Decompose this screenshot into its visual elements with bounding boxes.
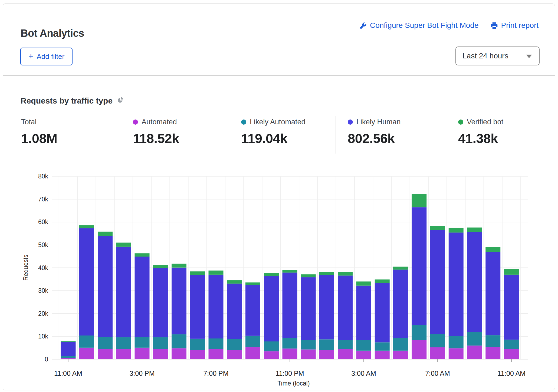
bar-segment-likely-human[interactable] bbox=[319, 275, 334, 340]
bar-segment-verified-bot[interactable] bbox=[467, 228, 482, 232]
bar-segment-likely-automated[interactable] bbox=[98, 337, 113, 349]
bar-segment-likely-automated[interactable] bbox=[467, 332, 482, 346]
bar-segment-automated[interactable] bbox=[264, 351, 279, 359]
bar-segment-likely-human[interactable] bbox=[61, 342, 76, 356]
bar-segment-verified-bot[interactable] bbox=[412, 194, 426, 207]
bar-segment-automated[interactable] bbox=[227, 350, 242, 359]
bar-segment-automated[interactable] bbox=[375, 351, 390, 359]
bar-segment-verified-bot[interactable] bbox=[61, 341, 76, 341]
bar-segment-verified-bot[interactable] bbox=[116, 242, 131, 247]
bar-segment-likely-automated[interactable] bbox=[504, 340, 519, 349]
bar-segment-automated[interactable] bbox=[319, 350, 334, 359]
bar-segment-likely-human[interactable] bbox=[79, 228, 94, 335]
bar-segment-automated[interactable] bbox=[338, 349, 353, 359]
add-filter-button[interactable]: + Add filter bbox=[20, 48, 73, 65]
bar-segment-automated[interactable] bbox=[356, 351, 371, 359]
bar-segment-automated[interactable] bbox=[79, 348, 94, 359]
bar-segment-likely-human[interactable] bbox=[135, 257, 150, 337]
bar-segment-verified-bot[interactable] bbox=[338, 272, 353, 276]
bar-segment-likely-automated[interactable] bbox=[153, 337, 168, 349]
bar-segment-automated[interactable] bbox=[245, 347, 260, 359]
bar-segment-likely-automated[interactable] bbox=[190, 339, 205, 350]
bar-segment-automated[interactable] bbox=[393, 351, 408, 359]
bar-segment-likely-human[interactable] bbox=[430, 230, 445, 334]
bar-segment-likely-human[interactable] bbox=[412, 207, 426, 325]
bar-segment-likely-human[interactable] bbox=[264, 276, 279, 341]
bar-segment-automated[interactable] bbox=[467, 346, 482, 359]
bar-segment-verified-bot[interactable] bbox=[504, 269, 519, 275]
bar-segment-likely-automated[interactable] bbox=[449, 336, 464, 348]
bar-segment-verified-bot[interactable] bbox=[227, 280, 242, 284]
bar-segment-likely-automated[interactable] bbox=[245, 336, 260, 347]
bar-segment-automated[interactable] bbox=[412, 340, 426, 359]
time-range-select[interactable]: Last 24 hours bbox=[455, 46, 540, 65]
bar-segment-likely-automated[interactable] bbox=[209, 338, 224, 349]
bar-segment-likely-human[interactable] bbox=[338, 275, 353, 340]
bar-segment-likely-automated[interactable] bbox=[264, 341, 279, 351]
bar-segment-automated[interactable] bbox=[116, 349, 131, 359]
bar-segment-automated[interactable] bbox=[283, 348, 297, 359]
bar-segment-likely-automated[interactable] bbox=[356, 340, 371, 351]
bar-segment-verified-bot[interactable] bbox=[245, 283, 260, 285]
bar-segment-verified-bot[interactable] bbox=[135, 253, 150, 257]
bar-segment-likely-automated[interactable] bbox=[301, 340, 316, 350]
bar-segment-likely-automated[interactable] bbox=[393, 338, 408, 351]
bar-segment-automated[interactable] bbox=[449, 348, 464, 359]
bar-segment-verified-bot[interactable] bbox=[430, 226, 445, 230]
bar-segment-likely-automated[interactable] bbox=[412, 325, 426, 340]
bar-segment-automated[interactable] bbox=[301, 350, 316, 359]
bar-segment-verified-bot[interactable] bbox=[449, 228, 464, 232]
bar-segment-likely-human[interactable] bbox=[227, 284, 242, 339]
bar-segment-likely-human[interactable] bbox=[116, 247, 131, 337]
bar-segment-likely-human[interactable] bbox=[172, 268, 186, 334]
bar-segment-likely-human[interactable] bbox=[98, 236, 113, 337]
bar-segment-likely-human[interactable] bbox=[467, 232, 482, 332]
bar-segment-verified-bot[interactable] bbox=[190, 271, 205, 275]
bar-segment-automated[interactable] bbox=[98, 349, 113, 359]
bar-segment-verified-bot[interactable] bbox=[301, 274, 316, 277]
bar-segment-likely-automated[interactable] bbox=[430, 334, 445, 347]
bar-segment-verified-bot[interactable] bbox=[319, 272, 334, 275]
bar-segment-likely-human[interactable] bbox=[375, 283, 390, 342]
bar-segment-automated[interactable] bbox=[504, 349, 519, 359]
bar-segment-likely-human[interactable] bbox=[393, 270, 408, 338]
bar-segment-verified-bot[interactable] bbox=[98, 232, 113, 236]
bar-segment-likely-human[interactable] bbox=[504, 275, 519, 340]
bar-segment-verified-bot[interactable] bbox=[283, 270, 297, 273]
bar-segment-automated[interactable] bbox=[153, 349, 168, 359]
bar-segment-likely-human[interactable] bbox=[153, 268, 168, 337]
bar-segment-likely-human[interactable] bbox=[283, 273, 297, 338]
bar-segment-automated[interactable] bbox=[135, 348, 150, 359]
bar-segment-likely-human[interactable] bbox=[245, 285, 260, 336]
bar-segment-likely-human[interactable] bbox=[190, 275, 205, 339]
bar-segment-likely-human[interactable] bbox=[449, 232, 464, 336]
bar-segment-automated[interactable] bbox=[190, 350, 205, 359]
bar-segment-likely-automated[interactable] bbox=[338, 340, 353, 349]
bar-segment-likely-automated[interactable] bbox=[172, 334, 186, 348]
bar-segment-likely-automated[interactable] bbox=[319, 339, 334, 350]
bar-segment-verified-bot[interactable] bbox=[79, 225, 94, 228]
bar-segment-likely-automated[interactable] bbox=[227, 339, 242, 350]
bar-segment-likely-automated[interactable] bbox=[61, 356, 76, 358]
bar-segment-likely-automated[interactable] bbox=[116, 337, 131, 349]
bar-segment-automated[interactable] bbox=[61, 358, 76, 359]
bar-segment-verified-bot[interactable] bbox=[393, 267, 408, 270]
bar-segment-automated[interactable] bbox=[485, 347, 500, 359]
configure-super-bot-fight-mode-link[interactable]: Configure Super Bot Fight Mode bbox=[359, 21, 479, 30]
bar-segment-verified-bot[interactable] bbox=[356, 281, 371, 285]
bar-segment-likely-human[interactable] bbox=[485, 252, 500, 335]
bar-segment-verified-bot[interactable] bbox=[485, 247, 500, 252]
bar-segment-verified-bot[interactable] bbox=[153, 265, 168, 268]
bar-segment-verified-bot[interactable] bbox=[375, 280, 390, 283]
bar-segment-verified-bot[interactable] bbox=[172, 264, 186, 267]
bar-segment-likely-human[interactable] bbox=[301, 277, 316, 340]
bar-segment-likely-automated[interactable] bbox=[485, 335, 500, 347]
bar-segment-likely-automated[interactable] bbox=[375, 342, 390, 350]
bar-segment-automated[interactable] bbox=[430, 347, 445, 359]
bar-segment-verified-bot[interactable] bbox=[264, 273, 279, 276]
print-report-link[interactable]: Print report bbox=[491, 21, 539, 30]
bar-segment-likely-human[interactable] bbox=[356, 286, 371, 340]
bar-segment-automated[interactable] bbox=[209, 349, 224, 359]
bar-segment-verified-bot[interactable] bbox=[209, 271, 224, 275]
bar-segment-likely-human[interactable] bbox=[209, 275, 224, 338]
